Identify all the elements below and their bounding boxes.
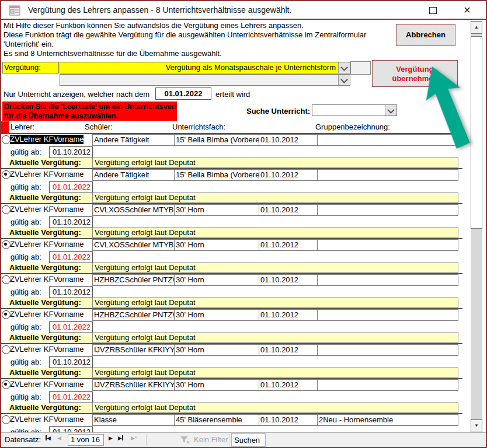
schueler-cell[interactable]: HZHBZCSchüler PNTZW: [92, 274, 175, 286]
gueltig-ab-field[interactable]: 01.01.2022: [49, 391, 93, 403]
nav-next-icon[interactable]: ▶: [109, 435, 113, 441]
nav-first-icon[interactable]: ◀: [46, 435, 51, 441]
aktuelle-verguetung-label: Aktuelle Vergütung:: [8, 403, 93, 413]
aktuelle-verguetung-field[interactable]: Vergütung erfolgt laut Deputat: [92, 158, 458, 168]
close-icon[interactable]: ✕: [461, 4, 474, 17]
lehrer-cell[interactable]: ZVLehrer KFVorname: [10, 345, 84, 354]
gruppenbezeichnung-cell[interactable]: [317, 239, 458, 251]
lehrer-cell[interactable]: ZVLehrer KFVorname: [10, 135, 84, 144]
gueltig-ab-field[interactable]: 01.10.2012: [49, 426, 93, 432]
unterrichtsfach-cell[interactable]: 30' Horn: [174, 204, 259, 216]
maximize-icon[interactable]: [427, 6, 439, 16]
lehrer-cell[interactable]: ZVLehrer KFVorname: [10, 415, 84, 424]
datum-cell[interactable]: 01.10.2012: [259, 274, 318, 286]
datum-cell[interactable]: 01.10.2012: [259, 134, 318, 146]
unterrichtsfach-cell[interactable]: 30' Horn: [174, 274, 259, 286]
unterrichtsfach-cell[interactable]: 30' Horn: [174, 344, 259, 356]
scrollbar-down-icon[interactable]: ▼: [471, 419, 482, 432]
chevron-down-icon[interactable]: [338, 62, 350, 73]
unterrichtsfach-cell[interactable]: 15' Bella Bimba (Vorbere: [174, 134, 259, 146]
nav-new-record-icon[interactable]: ▶*: [131, 435, 137, 441]
record-position-field[interactable]: 1 von 16: [68, 434, 104, 446]
unterrichtsfach-cell[interactable]: 30' Horn: [174, 309, 259, 321]
aktuelle-verguetung-label: Aktuelle Vergütung:: [8, 263, 93, 273]
record-group: ZVLehrer KFVorname Klasse 45' Bläserense…: [1, 413, 462, 432]
verguetung-sub-combobox[interactable]: [60, 74, 350, 86]
unterrichtsfach-cell[interactable]: 15' Bella Bimba (Vorbere: [174, 169, 259, 181]
aktuelle-verguetung-field[interactable]: Vergütung erfolgt laut Deputat: [92, 262, 458, 273]
gueltig-ab-field[interactable]: 01.01.2022: [49, 251, 93, 263]
record-select-radio[interactable]: [2, 380, 11, 389]
schueler-cell[interactable]: Andere Tätigkeit: [92, 134, 175, 146]
no-filter-label[interactable]: Kein Filter: [194, 435, 228, 444]
record-select-radio[interactable]: [2, 415, 11, 424]
record-select-radio[interactable]: [2, 205, 11, 214]
aktuelle-verguetung-field[interactable]: Vergütung erfolgt laut Deputat: [92, 332, 458, 343]
aktuelle-verguetung-field[interactable]: Vergütung erfolgt laut Deputat: [92, 298, 458, 308]
datum-cell[interactable]: 01.10.2012: [259, 169, 318, 181]
lehrer-cell[interactable]: ZVLehrer KFVorname: [10, 275, 84, 284]
aktuelle-verguetung-field[interactable]: Vergütung erfolgt laut Deputat: [92, 228, 458, 238]
record-select-radio[interactable]: [2, 310, 11, 319]
unterrichtsfach-cell[interactable]: 30' Horn: [174, 379, 259, 391]
gueltig-ab-field[interactable]: 01.01.2022: [49, 321, 93, 333]
schueler-cell[interactable]: CVLXOSSchüler MTYBM: [92, 204, 175, 216]
gruppenbezeichnung-cell[interactable]: [317, 169, 458, 181]
date-filter-field[interactable]: 01.01.2022: [155, 88, 211, 100]
aktuelle-verguetung-field[interactable]: Vergütung erfolgt laut Deputat: [92, 192, 458, 203]
search-record-input[interactable]: Suchen: [231, 433, 266, 447]
gruppenbezeichnung-cell[interactable]: [317, 274, 458, 286]
apply-verguetung-button[interactable]: Vergütung übernehmen: [372, 60, 458, 87]
schueler-cell[interactable]: IJVZRBSchüler KFKIYY: [92, 379, 175, 391]
datum-cell[interactable]: 01.10.2012: [259, 344, 318, 356]
scrollbar-up-icon[interactable]: ▲: [471, 21, 482, 34]
unterrichtsfach-cell[interactable]: 45' Bläserensemble: [174, 414, 259, 426]
record-select-radio[interactable]: [2, 275, 11, 284]
unterrichtsfach-cell[interactable]: 30' Horn: [174, 239, 259, 251]
nav-last-icon[interactable]: ▶: [118, 435, 123, 441]
nav-previous-icon[interactable]: ◀: [57, 435, 61, 441]
schueler-cell[interactable]: HZHBZCSchüler PNTZW: [92, 309, 175, 321]
gueltig-ab-field[interactable]: 01.10.2012: [49, 146, 93, 158]
record-select-radio[interactable]: [2, 135, 11, 144]
gruppenbezeichnung-cell[interactable]: [317, 309, 458, 321]
gruppenbezeichnung-cell[interactable]: [317, 344, 458, 356]
gueltig-ab-field[interactable]: 01.10.2012: [49, 216, 93, 228]
scrollbar-thumb[interactable]: [471, 36, 482, 229]
gruppenbezeichnung-cell[interactable]: [317, 379, 458, 391]
gueltig-ab-field[interactable]: 01.01.2022: [49, 181, 93, 193]
verguetung-combobox[interactable]: Vergütung als Monatspauschale je Unterri…: [60, 62, 350, 74]
gueltig-ab-field[interactable]: 01.10.2012: [49, 356, 93, 368]
aktuelle-verguetung-field[interactable]: Vergütung erfolgt laut Deputat: [92, 402, 458, 413]
lehrer-cell[interactable]: ZVLehrer KFVorname: [10, 380, 84, 389]
cancel-button[interactable]: Abbrechen: [396, 24, 455, 46]
schueler-cell[interactable]: Klasse: [92, 414, 175, 426]
record-select-radio[interactable]: [2, 240, 11, 249]
record-select-radio[interactable]: [2, 345, 11, 354]
lehrer-cell[interactable]: ZVLehrer KFVorname: [10, 310, 84, 319]
datum-cell[interactable]: 01.10.2012: [259, 239, 318, 251]
lehrer-cell[interactable]: ZVLehrer KFVorname: [10, 240, 84, 249]
schueler-cell[interactable]: Andere Tätigkeit: [92, 169, 175, 181]
chevron-down-icon[interactable]: [385, 105, 396, 116]
lehrer-cell[interactable]: ZVLehrer KFVorname: [10, 170, 84, 179]
datum-cell[interactable]: 01.10.2012: [259, 414, 318, 426]
gruppenbezeichnung-cell[interactable]: [317, 204, 458, 216]
vertical-scrollbar[interactable]: ▲ ▼: [471, 21, 482, 432]
gueltig-ab-field[interactable]: 01.10.2012: [49, 286, 93, 298]
hint-line-1: Drücken Sie die 'Leertaste' um ein Unter…: [4, 102, 177, 111]
chevron-down-icon[interactable]: [338, 75, 350, 85]
search-unterricht-combobox[interactable]: [312, 104, 397, 116]
lehrer-cell[interactable]: ZVLehrer KFVorname: [10, 205, 84, 214]
gruppenbezeichnung-cell[interactable]: [317, 134, 458, 146]
aktuelle-verguetung-field[interactable]: Vergütung erfolgt laut Deputat: [92, 368, 458, 378]
datum-cell[interactable]: 01.10.2012: [259, 379, 318, 391]
gruppenbezeichnung-cell[interactable]: 2Neu - Hornensemble: [317, 414, 458, 426]
datum-cell[interactable]: 01.10.2012: [259, 204, 318, 216]
datum-cell[interactable]: 01.10.2012: [259, 309, 318, 321]
small-value-field[interactable]: [350, 61, 371, 75]
record-select-radio[interactable]: [2, 170, 11, 179]
schueler-cell[interactable]: CVLXOSSchüler MTYBM: [92, 239, 175, 251]
schueler-cell[interactable]: IJVZRBSchüler KFKIYY: [92, 344, 175, 356]
filter-icon[interactable]: [180, 436, 190, 444]
